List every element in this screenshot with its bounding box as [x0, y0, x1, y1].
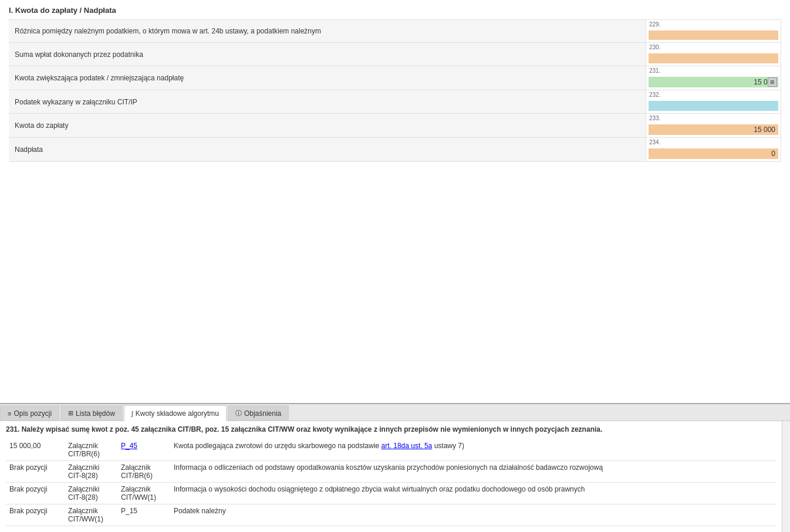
form-row-233: Kwota do zapłaty 233. 15 000	[9, 114, 781, 138]
field-input-234[interactable]: 0	[649, 148, 778, 159]
row-label-231: Kwota zwiększająca podatek / zmniejszają…	[9, 66, 646, 90]
algo-source-4: Załącznik CIT/WW(1)	[65, 504, 117, 526]
field-input-233[interactable]: 15 000	[649, 124, 778, 135]
algo-row-4: Brak pozycji Załącznik CIT/WW(1) P_15 Po…	[6, 504, 776, 526]
algo-ref-4: P_15	[117, 504, 170, 526]
tab-objas[interactable]: ⓘ Objaśnienia	[228, 405, 289, 421]
bottom-main: 231. Należy wpisać sumę kwot z poz. 45 z…	[0, 421, 782, 532]
algo-row-3: Brak pozycji Załączniki CIT-8(28) Załącz…	[6, 482, 776, 504]
calc-icon-231[interactable]: ⊞	[768, 77, 777, 87]
bottom-scroll-area: 231. Należy wpisać sumę kwot z poz. 45 z…	[0, 421, 790, 532]
algo-desc-1: Kwota podlegająca zwrotowi do urzędu ska…	[170, 439, 776, 461]
algo-row-1: 15 000,00 Załącznik CIT/BR(6) P_45 Kwota…	[6, 439, 776, 461]
algo-source-1: Załącznik CIT/BR(6)	[65, 439, 117, 461]
opis-icon: ≡	[8, 410, 11, 417]
bottom-scrollbar[interactable]	[782, 421, 790, 532]
tab-lista[interactable]: ⊞ Lista błędów	[60, 405, 123, 421]
algo-value-4: Brak pozycji	[6, 504, 65, 526]
field-number-229: 229.	[646, 20, 781, 29]
form-row-234: Nadpłata 234. 0	[9, 138, 781, 162]
field-number-233: 233.	[646, 114, 781, 123]
row-field-229: 229.	[646, 20, 781, 42]
algorithm-description: 231. Należy wpisać sumę kwot z poz. 45 z…	[6, 425, 776, 435]
field-input-229[interactable]	[649, 31, 778, 40]
field-number-234: 234.	[646, 138, 781, 147]
section-title: I. Kwota do zapłaty / Nadpłata	[9, 6, 781, 15]
algo-value-3: Brak pozycji	[6, 482, 65, 504]
tab-opis-label: Opis pozycji	[13, 409, 52, 418]
field-number-232: 232.	[646, 90, 781, 100]
row-label-233: Kwota do zapłaty	[9, 114, 646, 137]
algo-ref-1: P_45	[117, 439, 170, 461]
field-input-230[interactable]	[649, 53, 778, 63]
tab-lista-label: Lista błędów	[76, 409, 115, 418]
bottom-panel: ≡ Opis pozycji ⊞ Lista błędów ∫ Kwoty sk…	[0, 403, 790, 532]
field-input-232[interactable]	[649, 101, 778, 111]
form-row-229: Różnica pomiędzy należnym podatkiem, o k…	[9, 19, 781, 43]
row-label-232: Podatek wykazany w załączniku CIT/IP	[9, 90, 646, 113]
row-field-233: 233. 15 000	[646, 114, 781, 137]
algo-source-2: Załączniki CIT-8(28)	[65, 460, 117, 482]
kwoty-icon: ∫	[131, 410, 133, 417]
algo-row-2: Brak pozycji Załączniki CIT-8(28) Załącz…	[6, 460, 776, 482]
form-rows: Różnica pomiędzy należnym podatkiem, o k…	[9, 19, 781, 162]
tab-kwoty[interactable]: ∫ Kwoty składowe algorytmu	[124, 405, 227, 421]
main-wrapper: I. Kwota do zapłaty / Nadpłata Różnica p…	[0, 0, 790, 403]
form-row-230: Suma wpłat dokonanych przez podatnika 23…	[9, 43, 781, 66]
field-number-230: 230.	[646, 43, 781, 52]
tabs-bar: ≡ Opis pozycji ⊞ Lista błędów ∫ Kwoty sk…	[0, 404, 790, 421]
algo-desc-4: Podatek należny	[170, 504, 776, 526]
algo-ref-3: Załącznik CIT/WW(1)	[117, 482, 170, 504]
main-area: I. Kwota do zapłaty / Nadpłata Różnica p…	[0, 0, 790, 403]
row-label-234: Nadpłata	[9, 138, 646, 161]
row-label-230: Suma wpłat dokonanych przez podatnika	[9, 43, 646, 66]
algo-ref-2: Załącznik CIT/BR(6)	[117, 460, 170, 482]
form-row-231: Kwota zwiększająca podatek / zmniejszają…	[9, 66, 781, 90]
row-label-229: Różnica pomiędzy należnym podatkiem, o k…	[9, 20, 646, 42]
algo-desc-2: Informacja o odliczeniach od podstawy op…	[170, 460, 776, 482]
tab-objas-label: Objaśnienia	[244, 409, 281, 418]
algo-ref-link-1[interactable]: P_45	[121, 442, 137, 450]
lista-icon: ⊞	[68, 409, 73, 417]
form-row-232: Podatek wykazany w załączniku CIT/IP 232…	[9, 90, 781, 114]
field-number-231: 231.	[646, 66, 781, 76]
algo-value-1: 15 000,00	[6, 439, 65, 461]
row-field-232: 232.	[646, 90, 781, 113]
tab-kwoty-label: Kwoty składowe algorytmu	[136, 409, 219, 418]
algo-value-2: Brak pozycji	[6, 460, 65, 482]
art-link-1[interactable]: art. 18da ust. 5a	[382, 442, 433, 450]
objas-icon: ⓘ	[235, 409, 242, 418]
algo-desc-3: Informacja o wysokości dochodu osiągnięt…	[170, 482, 776, 504]
row-field-234: 234. 0	[646, 138, 781, 161]
row-field-230: 230.	[646, 43, 781, 66]
algo-table: 15 000,00 Załącznik CIT/BR(6) P_45 Kwota…	[6, 439, 776, 526]
field-input-231[interactable]: 15 000 ⊞	[649, 77, 778, 87]
tab-opis[interactable]: ≡ Opis pozycji	[0, 405, 59, 421]
algo-source-3: Załączniki CIT-8(28)	[65, 482, 117, 504]
row-field-231: 231. 15 000 ⊞	[646, 66, 781, 90]
